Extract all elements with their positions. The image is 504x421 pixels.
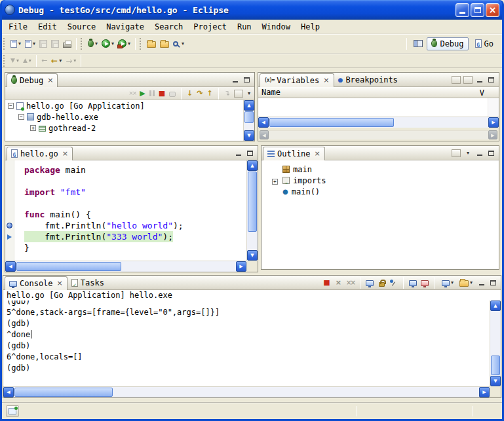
maximize-button[interactable]	[471, 3, 484, 17]
scrollbar-thumb[interactable]	[16, 262, 121, 271]
scroll-up-button[interactable]: ▲	[490, 301, 501, 311]
variables-column-header[interactable]: Name V	[258, 87, 499, 98]
debug-tree-item-thread[interactable]: + gothread-2	[5, 122, 254, 134]
close-tab-icon[interactable]: ×	[62, 149, 68, 158]
toolbar-drag-handle[interactable]	[3, 38, 6, 50]
scroll-right-button[interactable]: ▶	[236, 261, 246, 272]
suspend-button[interactable]	[148, 88, 156, 100]
search-button[interactable]: ▾	[171, 37, 186, 51]
close-tab-icon[interactable]: ×	[323, 76, 329, 84]
expander-cell[interactable]: +	[271, 176, 279, 185]
new-go-element-button[interactable]: ▾	[23, 37, 37, 51]
show-stdout-button[interactable]	[408, 278, 418, 287]
close-tab-icon[interactable]: ×	[315, 149, 320, 158]
remove-launch-button[interactable]: ×	[334, 278, 343, 287]
scroll-left-button[interactable]: ◀	[5, 261, 16, 272]
open-file-button[interactable]	[158, 37, 171, 51]
console-output[interactable]: (gdb) 5^done,stack-args=[frame={level="0…	[3, 301, 490, 386]
menu-project[interactable]: Project	[188, 21, 232, 33]
scroll-right-button[interactable]: ▶	[488, 130, 497, 139]
outline-item-main-func[interactable]: ● main()	[271, 186, 499, 197]
resume-button[interactable]: ▶	[138, 88, 146, 100]
debug-tree-scrollbar[interactable]: ▲ ▼	[243, 100, 254, 141]
scroll-up-button[interactable]: ▲	[244, 100, 254, 111]
forward-button[interactable]: →▾	[64, 54, 78, 68]
disabled-scrollbar[interactable]: ◀ ▶	[260, 130, 497, 139]
editor-vertical-scrollbar[interactable]: ▲ ▼	[246, 160, 258, 261]
code-line[interactable]: func main() {	[24, 209, 246, 220]
show-type-names-button[interactable]	[451, 75, 461, 84]
breakpoint-marker-icon[interactable]	[7, 223, 12, 229]
view-menu-button[interactable]: ▾	[246, 88, 252, 100]
toolbar-drag-handle[interactable]	[140, 38, 142, 50]
use-step-filters-button[interactable]	[233, 88, 244, 100]
maximize-view-button[interactable]	[486, 75, 496, 84]
clear-console-button[interactable]	[365, 278, 375, 287]
tab-outline[interactable]: Outline ×	[263, 147, 325, 160]
code-line[interactable]	[24, 175, 246, 187]
show-stderr-button[interactable]	[420, 278, 430, 287]
scroll-down-button[interactable]: ▼	[490, 376, 501, 386]
maximize-view-button[interactable]	[488, 278, 498, 287]
editor-horizontal-scrollbar[interactable]: ◀ ▶	[5, 261, 246, 272]
scroll-left-button[interactable]: ◀	[258, 117, 269, 128]
last-edit-location-button[interactable]: ←	[39, 54, 49, 68]
debug-launch-button[interactable]: ▾	[86, 37, 100, 51]
debug-tree-item-launch[interactable]: − hello.go [Go Application]	[5, 100, 254, 111]
fast-view-button[interactable]	[6, 405, 19, 417]
scrollbar-thumb[interactable]	[248, 172, 257, 232]
minimize-view-button[interactable]	[233, 148, 243, 158]
tab-hello-go[interactable]: G hello.go ×	[7, 147, 73, 160]
variables-vertical-scrollbar[interactable]	[488, 98, 499, 117]
scroll-down-button[interactable]: ▼	[244, 130, 254, 141]
collapse-all-button[interactable]	[463, 75, 473, 84]
save-all-button[interactable]	[49, 37, 61, 51]
next-annotation-button[interactable]: ▼▾	[9, 54, 21, 68]
step-over-button[interactable]: ↷	[195, 88, 204, 100]
external-tools-button[interactable]: ▾	[116, 37, 132, 51]
code-area[interactable]: package main import "fmt" func main() { …	[15, 160, 246, 261]
editor-marker-gutter[interactable]	[5, 160, 14, 261]
open-perspective-button[interactable]	[412, 37, 425, 51]
close-button[interactable]: ×	[486, 3, 499, 17]
code-line[interactable]	[24, 198, 246, 209]
menu-search[interactable]: Search	[149, 21, 188, 33]
scrollbar-thumb[interactable]	[244, 111, 254, 123]
collapse-all-button[interactable]	[451, 148, 461, 158]
terminate-button[interactable]: ■	[157, 88, 166, 100]
menu-help[interactable]: Help	[296, 21, 325, 33]
tab-tasks[interactable]: ✓ Tasks	[68, 276, 108, 290]
code-line[interactable]: import "fmt"	[24, 187, 246, 198]
titlebar[interactable]: Debug - testGo/src/cmd/hello.go - Eclips…	[2, 0, 502, 20]
scroll-left-button[interactable]: ◀	[3, 387, 14, 397]
step-into-button[interactable]: ↓	[185, 88, 194, 100]
print-button[interactable]	[61, 37, 73, 51]
console-vertical-scrollbar[interactable]: ▲ ▼	[490, 301, 501, 386]
code-line[interactable]: }	[24, 242, 246, 253]
maximize-view-button[interactable]	[486, 148, 496, 158]
menu-navigate[interactable]: Navigate	[101, 21, 149, 33]
close-tab-icon[interactable]: ×	[57, 279, 63, 287]
collapse-expander-icon[interactable]: +	[30, 125, 36, 131]
drop-to-frame-button[interactable]: ↴	[223, 88, 231, 100]
back-button[interactable]: ←▾	[49, 54, 64, 68]
minimize-view-button[interactable]	[475, 148, 484, 158]
menu-run[interactable]: Run	[232, 21, 257, 33]
pin-console-button[interactable]	[389, 278, 398, 287]
minimize-view-button[interactable]	[476, 278, 486, 287]
outline-item-imports[interactable]: + → imports	[271, 175, 499, 186]
collapse-expander-icon[interactable]: −	[18, 114, 24, 120]
maximize-view-button[interactable]	[245, 148, 255, 158]
minimize-view-button[interactable]	[230, 75, 240, 84]
perspective-go-button[interactable]: G Go	[471, 37, 498, 50]
scrollbar-thumb[interactable]	[269, 118, 394, 127]
terminate-button[interactable]: ■	[322, 278, 332, 287]
close-tab-icon[interactable]: ×	[47, 76, 53, 84]
minimize-button[interactable]	[456, 3, 469, 17]
previous-annotation-button[interactable]: ▲▾	[21, 54, 33, 68]
tab-breakpoints[interactable]: ● Breakpoints	[334, 73, 402, 87]
scroll-right-button[interactable]: ▶	[479, 387, 490, 397]
view-menu-button[interactable]: ▾	[463, 148, 473, 158]
open-folder-button[interactable]	[145, 37, 158, 51]
code-line[interactable]: fmt.Println("hello world");	[24, 220, 246, 231]
